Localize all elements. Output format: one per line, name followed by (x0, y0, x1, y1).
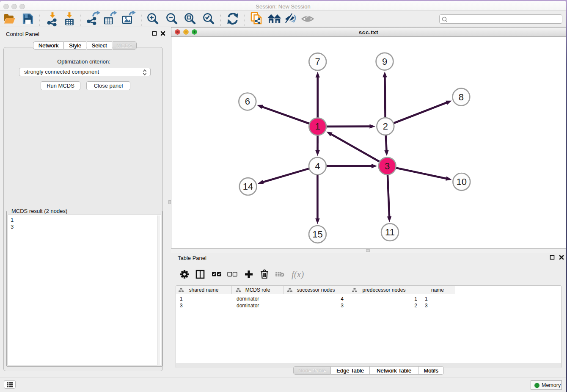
svg-text:10: 10 (457, 177, 467, 187)
svg-text:6: 6 (245, 96, 250, 107)
svg-text:4: 4 (315, 161, 320, 171)
svg-text:8: 8 (459, 92, 464, 102)
svg-text:1: 1 (315, 121, 320, 132)
svg-text:7: 7 (315, 56, 320, 67)
svg-text:f(x): f(x) (292, 269, 304, 279)
svg-text:3: 3 (385, 161, 390, 171)
svg-text:11: 11 (385, 227, 395, 237)
svg-text:9: 9 (382, 56, 387, 67)
svg-text:14: 14 (243, 181, 253, 192)
svg-text:2: 2 (383, 121, 388, 132)
svg-text:15: 15 (312, 229, 322, 240)
